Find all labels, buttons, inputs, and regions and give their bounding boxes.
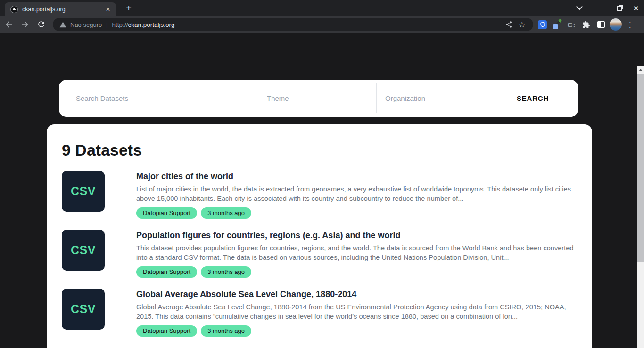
browser-menu-kebab-icon[interactable]: ⋮ (623, 17, 637, 32)
dataset-badges: Datopian Support 3 months ago (136, 325, 576, 337)
browser-tab[interactable]: ckan.portaljs.org ✕ (5, 2, 116, 16)
profile-avatar[interactable] (608, 17, 623, 32)
url-scheme: http:// (112, 21, 128, 28)
back-button[interactable] (2, 17, 16, 32)
new-tab-button[interactable]: + (122, 2, 136, 15)
omnibox-separator: | (106, 21, 107, 28)
dataset-description: List of major cities in the world, the d… (136, 184, 576, 203)
url-host: ckan.portaljs.org (128, 21, 174, 28)
search-button[interactable]: SEARCH (487, 80, 578, 117)
extensions-area: C: ⋮ (535, 16, 637, 33)
tab-title: ckan.portaljs.org (22, 6, 104, 13)
dataset-badges: Datopian Support 3 months ago (136, 266, 576, 278)
csv-format-icon[interactable]: CSV (62, 171, 105, 212)
updated-badge: 3 months ago (201, 266, 251, 278)
bookmark-star-icon[interactable]: ☆ (515, 18, 528, 31)
window-controls: ✕ (571, 0, 644, 16)
search-field-wrap (59, 80, 258, 117)
dataset-badges: Datopian Support 3 months ago (136, 207, 576, 219)
datasets-results-card: 9 Datasets CSV Major cities of the world… (47, 124, 592, 348)
dataset-list-item: CSV Major cities of the world List of ma… (62, 171, 576, 219)
organization-input[interactable] (385, 94, 487, 102)
share-icon[interactable] (502, 18, 515, 31)
dataset-list-item: CSV Population figures for countries, re… (62, 230, 576, 278)
dataset-title-link[interactable]: Population figures for countries, region… (136, 230, 576, 241)
eyedropper-extension-icon[interactable] (550, 17, 564, 32)
scrollbar-thumb[interactable] (637, 74, 644, 262)
sidebar-extension-icon[interactable] (594, 17, 608, 32)
results-count-heading: 9 Datasets (62, 140, 576, 160)
address-bar[interactable]: Não seguro | http:// ckan.portaljs.org ☆ (53, 18, 533, 31)
browser-toolbar: Não seguro | http:// ckan.portaljs.org ☆… (0, 16, 644, 33)
forward-button[interactable] (18, 17, 32, 32)
dataset-description: Global Average Absolute Sea Level Change… (136, 302, 576, 321)
organization-badge: Datopian Support (136, 325, 197, 337)
bitwarden-extension-icon[interactable] (535, 17, 550, 32)
dataset-title-link[interactable]: Major cities of the world (136, 171, 576, 182)
site-favicon-icon (10, 6, 18, 13)
extensions-puzzle-icon[interactable] (579, 17, 594, 32)
tab-close-icon[interactable]: ✕ (104, 5, 112, 14)
csv-format-icon[interactable]: CSV (62, 230, 105, 271)
dataset-search-bar: SEARCH (59, 80, 578, 117)
search-datasets-input[interactable] (76, 94, 258, 102)
tab-strip: ckan.portaljs.org ✕ + ✕ (0, 0, 644, 16)
dataset-description: This dataset provides population figures… (136, 243, 576, 262)
updated-badge: 3 months ago (201, 207, 251, 219)
csv-format-icon[interactable]: CSV (62, 289, 105, 330)
page-viewport: SEARCH 9 Datasets CSV Major cities of th… (0, 33, 644, 348)
updated-badge: 3 months ago (201, 325, 251, 337)
minimize-button[interactable] (596, 0, 612, 16)
theme-field-wrap (258, 80, 376, 117)
security-warning-label: Não seguro (70, 21, 102, 28)
security-warning-icon[interactable] (59, 21, 66, 28)
colorzilla-extension-icon[interactable]: C: (564, 17, 579, 32)
dataset-list-item: CSV Global Average Absolute Sea Level Ch… (62, 289, 576, 337)
organization-field-wrap (377, 80, 487, 117)
organization-badge: Datopian Support (136, 266, 197, 278)
page-scrollbar[interactable] (637, 66, 644, 348)
window-menu-chevron-icon[interactable] (571, 0, 587, 16)
scroll-up-arrow-icon[interactable] (637, 66, 644, 74)
browser-window: ckan.portaljs.org ✕ + ✕ Não seguro | htt (0, 0, 644, 348)
close-button[interactable]: ✕ (628, 0, 644, 16)
theme-input[interactable] (267, 94, 376, 102)
organization-badge: Datopian Support (136, 207, 197, 219)
refresh-button[interactable] (34, 17, 48, 32)
restore-button[interactable] (612, 0, 628, 16)
dataset-title-link[interactable]: Global Average Absolute Sea Level Change… (136, 289, 576, 300)
